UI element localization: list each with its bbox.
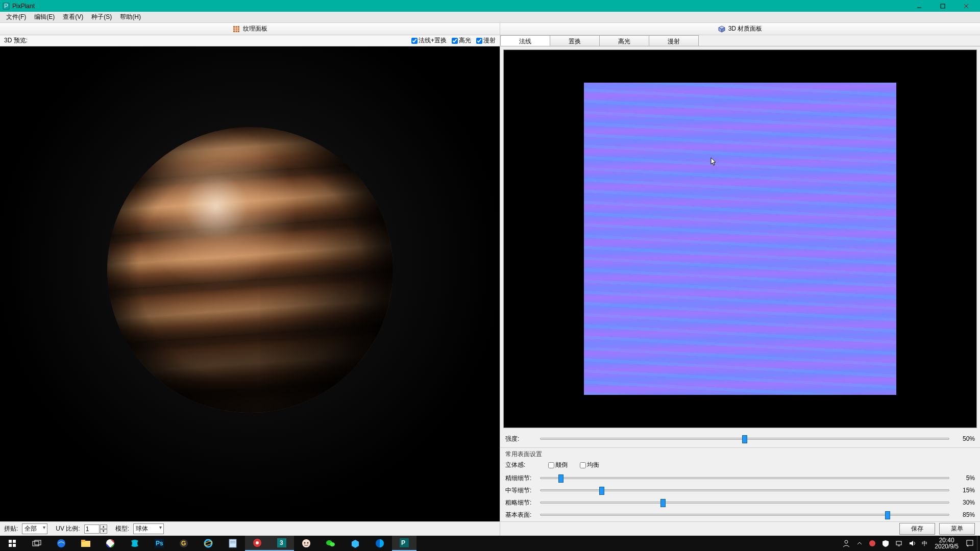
menu-help[interactable]: 帮助(H) — [116, 12, 145, 22]
spin-up[interactable]: ▲ — [100, 524, 107, 529]
check-normal-displacement[interactable]: 法线+置换 — [411, 36, 447, 45]
tray-ime[interactable]: 中 — [919, 536, 930, 551]
tray-security-icon[interactable] — [879, 536, 892, 551]
svg-text:G: G — [181, 540, 186, 547]
check-diffuse[interactable]: 漫射 — [476, 36, 496, 45]
coarse-detail-label: 粗略细节: — [505, 498, 536, 507]
tray-app-icon[interactable] — [866, 536, 879, 551]
coarse-detail-slider[interactable] — [540, 502, 949, 504]
tray-people-icon[interactable] — [839, 536, 853, 551]
taskbar-explorer-icon[interactable] — [74, 536, 98, 551]
texture-panel-header: 纹理面板 — [0, 23, 500, 35]
taskbar-app-6-icon[interactable] — [368, 536, 392, 551]
menu-file[interactable]: 文件(F) — [2, 12, 30, 22]
svg-rect-14 — [9, 540, 12, 543]
svg-rect-17 — [13, 544, 16, 547]
tab-specular[interactable]: 高光 — [599, 35, 649, 46]
menu-seed[interactable]: 种子(S) — [87, 12, 116, 22]
svg-rect-15 — [13, 540, 16, 543]
intensity-row: 强度: 50% — [505, 433, 975, 444]
maximize-button[interactable] — [931, 0, 954, 12]
tab-normal[interactable]: 法线 — [500, 35, 550, 46]
svg-rect-51 — [967, 540, 973, 545]
intensity-label: 强度: — [505, 435, 536, 443]
taskbar-photoshop-icon[interactable]: Ps — [147, 536, 172, 551]
preview-sphere — [107, 127, 393, 413]
taskbar-music-icon[interactable] — [245, 536, 270, 551]
uv-scale-label: UV 比例: — [56, 524, 80, 533]
svg-rect-19 — [35, 540, 41, 545]
fine-detail-label: 精细细节: — [505, 474, 536, 483]
tray-date: 2020/9/5 — [935, 543, 959, 549]
preview-viewport[interactable] — [0, 46, 500, 521]
tab-diffuse[interactable]: 漫射 — [649, 35, 699, 46]
taskbar-app-4-icon[interactable] — [294, 536, 318, 551]
svg-text:P: P — [4, 3, 8, 10]
intensity-value: 50% — [953, 435, 975, 442]
model-combo[interactable]: 球体 — [133, 523, 164, 534]
tray-notifications-icon[interactable] — [963, 536, 977, 551]
taskbar: Ps G 3 P 中 20:40 2020/9/5 — [0, 536, 980, 551]
normal-map-viewport[interactable] — [503, 49, 977, 428]
menu-view[interactable]: 查看(V) — [59, 12, 87, 22]
check-specular[interactable]: 高光 — [452, 36, 471, 45]
texture-panel-title: 纹理面板 — [243, 24, 267, 33]
close-button[interactable] — [954, 0, 978, 12]
tile-combo[interactable]: 全部 — [22, 523, 47, 534]
intensity-slider[interactable] — [540, 438, 949, 440]
spin-down[interactable]: ▼ — [100, 529, 107, 534]
tray-clock[interactable]: 20:40 2020/9/5 — [930, 537, 963, 549]
taskbar-app-2-icon[interactable] — [122, 536, 147, 551]
svg-rect-48 — [896, 541, 901, 545]
taskbar-app-5-icon[interactable] — [343, 536, 368, 551]
menu-button[interactable]: 菜单 — [939, 523, 975, 535]
model-label: 模型: — [115, 524, 129, 533]
svg-rect-22 — [81, 540, 85, 542]
taskbar-notepad-icon[interactable] — [220, 536, 245, 551]
medium-detail-slider[interactable] — [540, 489, 949, 491]
taskbar-app-1-icon[interactable] — [98, 536, 122, 551]
svg-point-28 — [205, 540, 212, 547]
taskbar-pixplant-icon[interactable]: P — [392, 536, 416, 551]
taskbar-ie-icon[interactable] — [196, 536, 220, 551]
taskbar-3dsmax-icon[interactable]: 3 — [270, 536, 294, 551]
base-surface-slider[interactable] — [540, 514, 949, 516]
svg-marker-50 — [910, 541, 913, 546]
start-button[interactable] — [0, 536, 24, 551]
material-panel: 3D 材质面板 法线 置换 高光 漫射 强度: 50% 常用表面设置 立体感: … — [500, 23, 980, 536]
svg-rect-6 — [233, 26, 239, 32]
minimize-button[interactable] — [908, 0, 931, 12]
svg-rect-30 — [229, 539, 236, 547]
tray-network-icon[interactable] — [892, 536, 905, 551]
base-surface-value: 85% — [953, 511, 975, 518]
titlebar: P PixPlant — [0, 0, 980, 12]
preview-toolbar: 3D 预览: 法线+置换 高光 漫射 — [0, 35, 500, 46]
svg-text:Ps: Ps — [156, 540, 163, 547]
tab-displace[interactable]: 置换 — [550, 35, 600, 46]
taskview-button[interactable] — [24, 536, 49, 551]
material-panel-title: 3D 材质面板 — [728, 24, 763, 33]
material-panel-header: 3D 材质面板 — [500, 23, 980, 35]
taskbar-wechat-icon[interactable] — [318, 536, 343, 551]
svg-point-41 — [330, 542, 335, 546]
uv-scale-spinner[interactable]: ▲▼ — [84, 524, 107, 534]
svg-rect-18 — [33, 541, 39, 546]
svg-text:3: 3 — [280, 539, 283, 546]
show-desktop-button[interactable] — [977, 536, 980, 551]
svg-text:P: P — [401, 539, 405, 546]
check-flip[interactable]: 颠倒 — [548, 461, 568, 469]
coarse-detail-row: 粗略细节: 30% — [505, 497, 975, 508]
tray-volume-icon[interactable] — [905, 536, 919, 551]
cube-icon — [718, 26, 725, 33]
check-balance[interactable]: 均衡 — [580, 461, 599, 469]
menu-edit[interactable]: 编辑(E) — [30, 12, 59, 22]
svg-point-38 — [304, 542, 306, 544]
uv-scale-input[interactable] — [84, 524, 100, 534]
tray-chevron-up-icon[interactable] — [853, 536, 866, 551]
taskbar-app-3-icon[interactable]: G — [172, 536, 196, 551]
fine-detail-slider[interactable] — [540, 477, 949, 479]
preview-bottom-controls: 拼贴: 全部 UV 比例: ▲▼ 模型: 球体 — [0, 521, 500, 536]
save-button[interactable]: 保存 — [899, 523, 935, 535]
taskbar-edge-icon[interactable] — [49, 536, 74, 551]
svg-point-34 — [256, 541, 259, 544]
